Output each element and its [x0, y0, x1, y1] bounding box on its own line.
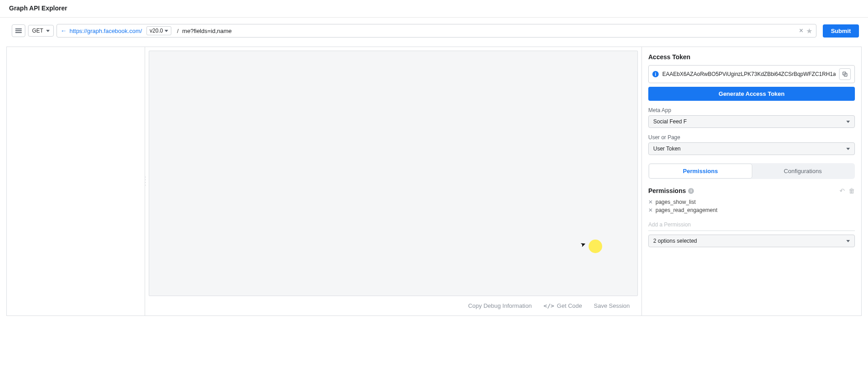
user-page-select[interactable]: User Token	[648, 142, 855, 155]
permissions-title: Permissions	[648, 187, 686, 194]
meta-app-select[interactable]: Social Feed F	[648, 115, 855, 128]
page-title: Graph API Explorer	[0, 0, 868, 18]
hamburger-icon	[15, 28, 22, 29]
response-footer: Copy Debug Information </> Get Code Save…	[149, 296, 638, 315]
fields-sidebar: ····	[7, 47, 145, 315]
splitter-handle[interactable]: ····	[145, 176, 146, 186]
get-code-link[interactable]: </> Get Code	[543, 302, 582, 309]
submit-button[interactable]: Submit	[823, 24, 859, 38]
chevron-down-icon	[46, 30, 50, 32]
copy-debug-link[interactable]: Copy Debug Information	[468, 302, 532, 309]
query-toolbar: GET ← https://graph.facebook.com/ v20.0 …	[0, 18, 868, 47]
access-token-value: EAAEbX6AZAoRwBO5PViUginzLPK73KdZBbi64ZCS…	[662, 71, 835, 77]
chevron-down-icon	[846, 121, 850, 123]
permission-name: pages_show_list	[656, 199, 696, 205]
permissions-list: ✕ pages_show_list ✕ pages_read_engagemen…	[648, 198, 855, 214]
generate-token-button[interactable]: Generate Access Token	[648, 87, 855, 101]
chevron-down-icon	[846, 148, 850, 150]
remove-permission-icon[interactable]: ✕	[648, 207, 653, 213]
chevron-down-icon	[165, 30, 168, 32]
response-area	[149, 51, 638, 296]
code-icon: </>	[543, 302, 554, 309]
info-icon[interactable]: i	[652, 71, 659, 77]
back-arrow-icon[interactable]: ←	[61, 27, 67, 34]
base-url-text: https://graph.facebook.com/	[70, 28, 142, 34]
response-column: Copy Debug Information </> Get Code Save…	[145, 47, 642, 315]
help-icon[interactable]: i	[688, 188, 694, 194]
api-version-value: v20.0	[150, 28, 163, 34]
meta-app-label: Meta App	[648, 107, 855, 113]
http-method-value: GET	[32, 28, 43, 34]
copy-token-button[interactable]	[839, 68, 851, 80]
workspace: ···· Copy Debug Information </> Get Code…	[6, 47, 862, 316]
permission-item: ✕ pages_read_engagement	[648, 206, 855, 214]
user-page-value: User Token	[653, 146, 680, 152]
tab-configurations[interactable]: Configurations	[752, 164, 854, 178]
path-slash: /	[177, 28, 179, 34]
path-input[interactable]	[182, 28, 797, 34]
star-icon[interactable]: ★	[806, 27, 812, 35]
add-permission-input[interactable]	[648, 219, 855, 231]
trash-icon[interactable]: 🗑	[849, 187, 855, 194]
right-panel: Access Token i EAAEbX6AZAoRwBO5PViUginzL…	[642, 47, 861, 315]
remove-permission-icon[interactable]: ✕	[648, 199, 653, 205]
api-version-select[interactable]: v20.0	[146, 26, 171, 35]
permissions-options-select[interactable]: 2 options selected	[648, 235, 855, 247]
meta-app-value: Social Feed F	[653, 118, 687, 125]
permission-item: ✕ pages_show_list	[648, 198, 855, 206]
clear-icon[interactable]: ×	[799, 27, 803, 35]
permission-name: pages_read_engagement	[656, 207, 717, 213]
user-page-label: User or Page	[648, 134, 855, 141]
tab-permissions[interactable]: Permissions	[649, 164, 752, 178]
side-tabs: Permissions Configurations	[648, 163, 855, 179]
chevron-down-icon	[846, 240, 850, 242]
undo-icon[interactable]: ↶	[840, 187, 845, 194]
api-url-box: ← https://graph.facebook.com/ v20.0 / × …	[57, 24, 816, 38]
permissions-options-value: 2 options selected	[653, 238, 697, 244]
access-token-title: Access Token	[648, 53, 855, 61]
save-session-link[interactable]: Save Session	[594, 302, 630, 309]
http-method-select[interactable]: GET	[28, 25, 54, 37]
permissions-header: Permissions i ↶ 🗑	[648, 187, 855, 194]
menu-button[interactable]	[12, 24, 25, 37]
access-token-row: i EAAEbX6AZAoRwBO5PViUginzLPK73KdZBbi64Z…	[648, 65, 855, 83]
